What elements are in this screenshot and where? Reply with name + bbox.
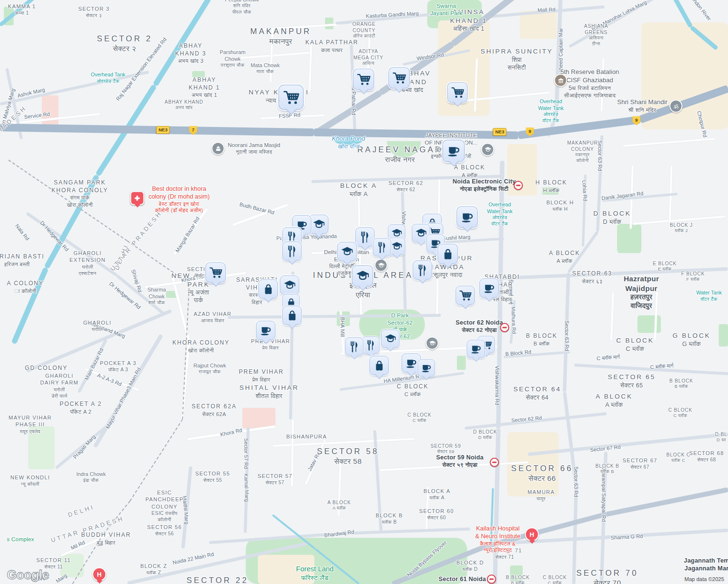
poi-marker-coffee[interactable] [442, 140, 465, 162]
poi-marker-cart[interactable] [447, 82, 468, 103]
metro-station-icon[interactable] [487, 575, 496, 584]
road-label: Pragati Marg [72, 434, 96, 460]
poi-marker-restaurant[interactable] [282, 241, 302, 261]
poi-marker-cart[interactable] [353, 69, 374, 90]
poi-marker-cart[interactable] [455, 286, 475, 305]
road-label: Mall Rd [537, 6, 555, 13]
area-label: Indra Chowkइंद्रा चौक [76, 471, 106, 484]
poi-marker-bag[interactable] [258, 279, 278, 299]
area-label: B BLOCKB ब्लॉक [506, 574, 530, 584]
road-label: Budh Bazar Rd [239, 201, 275, 215]
area-label: SHITAL VIHARशीतल विहार [239, 383, 299, 400]
area-label: Jagannath TemJagannath Mar [684, 557, 728, 573]
area-label: Overhead Tankओवरहेड टैंक [91, 72, 125, 84]
area-label: POCKET A 2पॉकेट A 2 [59, 401, 102, 415]
pink-shape [242, 408, 275, 428]
area-label: SANGAM PARKKHORA CONOLYसंगम पार्कखोरा कॉ… [52, 179, 109, 208]
area-label: ABHAYKHAND 3अभय खांद 3 [175, 42, 207, 65]
area-label: SECTOR 65सेक्टर 65 [608, 373, 655, 389]
map-canvas[interactable]: KAMMA 1कम्मा 1SECTOR 3सेक्टर ३SECTOR 2से… [0, 0, 728, 584]
area-label: E BLOCKE ब्लॉक [653, 260, 677, 273]
road-label: Hindon River [689, 0, 712, 21]
area-label: GHAROLIघरोलि [83, 319, 111, 332]
area-label: ABHAY KHANDअभय खांद [164, 99, 203, 111]
poi-marker-school[interactable] [337, 242, 357, 261]
poi-marker-restaurant[interactable] [362, 336, 380, 354]
area-label: BLOCK Jब्लॉक J [670, 222, 692, 234]
metro-station-icon[interactable] [514, 181, 523, 190]
poi-marker-restaurant[interactable] [413, 260, 432, 280]
road-label: Sector 63 Rd [564, 320, 570, 351]
road-label: Nala Rd [14, 223, 30, 241]
area-label: ABHAYKHAND 1अभय खांद 1 [189, 76, 220, 99]
museum-poi-icon[interactable] [554, 74, 567, 87]
area-label: BLOCK Aब्लॉक A [340, 182, 377, 198]
poi-marker-coffee[interactable] [479, 278, 499, 298]
poi-marker-cart[interactable] [205, 262, 226, 283]
area-label: KALA PATTHARकला पत्थर [305, 39, 358, 54]
poi-marker-restaurant[interactable] [345, 337, 364, 356]
poi-marker-coffee[interactable] [456, 206, 478, 228]
area-label: D BLOCKD ब्लॉक [593, 209, 631, 226]
park-shape [325, 18, 333, 29]
area-label: SECTOR 66सेक्टर 66 [511, 463, 573, 483]
poi-marker-coffee[interactable] [418, 359, 435, 377]
area-label: ParshuramChowkपरशुराम चौक [220, 49, 246, 69]
poi-marker-cart[interactable] [278, 85, 304, 110]
school-poi-icon[interactable] [375, 259, 388, 272]
area-label: BLOCK Bब्लॉक B [376, 512, 403, 525]
area-label: BISHANPURA [286, 433, 327, 440]
google-logo[interactable]: Google [7, 567, 49, 583]
area-label: Kailash Hospital& Neuro Instituteकैलाश ह… [475, 525, 520, 554]
area-label: HARIJAN BASTIहरिजन बस्ती [0, 253, 44, 268]
road-line [603, 487, 728, 517]
doctor-pin[interactable]: ✚ [130, 191, 145, 205]
area-label: B BLOCKB ब्लॉक [670, 378, 693, 390]
om-poi-icon[interactable]: ॐ [670, 100, 683, 113]
area-label: Noida Electronic Cityनोएडा इलेक्ट्रॉनिक … [453, 178, 516, 193]
metro-station-icon[interactable] [500, 323, 510, 332]
poi-marker-school[interactable] [381, 329, 400, 348]
area-label: A BLOCKA ब्लॉक [549, 250, 580, 264]
road-label: BHA Mill [340, 317, 346, 337]
road-line [669, 165, 673, 229]
road-line [623, 138, 715, 147]
poi-marker-school[interactable] [280, 275, 299, 295]
poi-marker-coffee[interactable] [467, 340, 485, 358]
area-label: C BLOCKC ब्लॉक [407, 412, 432, 424]
road-label: A-2 A-3 Rd [96, 372, 122, 387]
area-label: SECTOR 62Aसेक्टर 62A [192, 403, 237, 418]
area-label: KAMMA 1कम्मा 1 [8, 3, 36, 16]
area-label: C BLOCKC ब्लॉक [397, 383, 428, 398]
area-label: SECTOR 68सेक्टर 68 [689, 450, 724, 463]
poi-marker-coffee[interactable] [256, 321, 275, 340]
road-line [26, 309, 172, 372]
poi-marker-bag[interactable] [282, 306, 302, 325]
area-label: Shri Shani Mandirश्री शनि मंदिर [617, 98, 667, 114]
poi-marker-bag[interactable] [369, 356, 389, 375]
area-label: NEW KONDLIन्यू कोंदली [10, 474, 50, 487]
school-poi-icon[interactable] [426, 337, 439, 350]
area-label: OverheadWater Tankओवरहेडवॉटर टैंक [487, 201, 513, 227]
hospital-pin[interactable]: H [92, 567, 107, 582]
hospital-pin[interactable]: H [525, 528, 539, 542]
poi-marker-restaurant[interactable] [373, 238, 391, 256]
area-label: DELHI [67, 503, 95, 519]
area-label: GD COLONY [25, 365, 68, 372]
poi-marker-school[interactable] [309, 215, 328, 234]
poi-marker-bag[interactable] [437, 244, 458, 264]
road-line [493, 428, 501, 584]
area-label: AZAD VIHARआजाद विहार [194, 310, 232, 324]
poi-marker-school[interactable] [352, 265, 373, 287]
area-label: Mata Chowkमाता चौक [251, 62, 280, 75]
poi-marker-restaurant[interactable] [355, 227, 375, 247]
area-label: SECTOR 2सेक्टर २ [97, 34, 152, 54]
area-label: MAYUR VIHARPHASE IIIमयूर एक्लेव [9, 414, 52, 435]
mosque-poi-icon[interactable] [212, 142, 225, 155]
area-label: D BLD ब्ल [715, 431, 727, 443]
school-poi-icon[interactable] [481, 143, 494, 156]
metro-station-icon[interactable] [490, 458, 499, 467]
poi-marker-cart[interactable] [388, 67, 410, 89]
area-label: ASHIANAGREENSआशियनाग्रीन्स [584, 23, 608, 47]
area-label: SECTOR 70सेक्टर 70 [576, 568, 638, 584]
